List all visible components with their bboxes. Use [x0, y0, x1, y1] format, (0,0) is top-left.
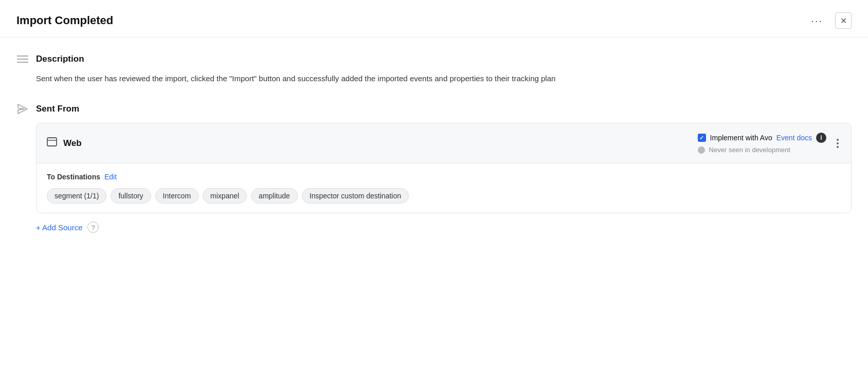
sent-from-icon	[16, 103, 29, 115]
never-seen-label: Never seen in development	[709, 146, 790, 154]
description-icon	[16, 54, 29, 64]
help-icon[interactable]: ?	[87, 222, 99, 233]
modal-title: Import Completed	[16, 14, 113, 27]
edit-link[interactable]: Edit	[104, 173, 117, 181]
description-section: Description Sent when the user has revie…	[16, 54, 852, 85]
more-dots-icon: ···	[811, 15, 823, 27]
destinations-tags: segment (1/1)fullstoryIntercommixpanelam…	[47, 188, 841, 204]
sent-from-title: Sent From	[36, 104, 79, 114]
implement-row: Implement with Avo Event docs i	[698, 133, 826, 143]
never-seen-row: Never seen in development	[698, 146, 790, 154]
vertical-dots-icon	[837, 139, 839, 148]
description-title: Description	[36, 54, 84, 64]
destinations-row: To Destinations Edit	[47, 173, 841, 181]
description-text: Sent when the user has reviewed the impo…	[36, 72, 756, 85]
source-card-actions: Implement with Avo Event docs i Never se…	[698, 133, 841, 154]
source-more-button[interactable]	[835, 137, 841, 150]
info-icon[interactable]: i	[816, 133, 826, 143]
add-source-button[interactable]: + Add Source	[36, 223, 82, 232]
source-card-header: Web Implement with Avo Event docs i	[37, 123, 851, 163]
never-seen-dot	[698, 146, 705, 154]
destination-tag: amplitude	[251, 188, 298, 204]
description-section-header: Description	[16, 54, 852, 64]
implement-checkbox[interactable]	[698, 134, 706, 142]
destination-tag: fullstory	[111, 188, 151, 204]
implement-label: Implement with Avo	[710, 134, 772, 142]
modal: Import Completed ··· ✕ Description	[0, 0, 868, 368]
modal-more-button[interactable]: ···	[807, 13, 827, 29]
sent-from-body: Web Implement with Avo Event docs i	[16, 123, 852, 213]
sent-from-section: Sent From Web	[16, 103, 852, 233]
web-source-icon	[47, 137, 57, 149]
svg-rect-3	[47, 138, 57, 146]
sent-from-section-header: Sent From	[16, 103, 852, 115]
destination-tag: Intercom	[155, 188, 198, 204]
implement-checkbox-area: Implement with Avo Event docs i Never se…	[698, 133, 826, 154]
destination-tag: mixpanel	[203, 188, 247, 204]
destinations-label: To Destinations	[47, 173, 100, 181]
modal-close-button[interactable]: ✕	[835, 12, 852, 29]
source-name: Web	[63, 138, 82, 149]
modal-header: Import Completed ··· ✕	[0, 0, 868, 38]
description-body: Sent when the user has reviewed the impo…	[16, 72, 852, 85]
close-icon: ✕	[840, 16, 847, 26]
source-name-area: Web	[47, 137, 82, 149]
event-docs-link[interactable]: Event docs	[776, 134, 812, 142]
source-card-body: To Destinations Edit segment (1/1)fullst…	[37, 163, 851, 213]
add-source-row: + Add Source ?	[16, 222, 852, 233]
modal-header-actions: ··· ✕	[807, 12, 852, 29]
destination-tag: Inspector custom destination	[302, 188, 409, 204]
modal-body: Description Sent when the user has revie…	[0, 38, 868, 268]
source-card: Web Implement with Avo Event docs i	[36, 123, 852, 213]
destination-tag: segment (1/1)	[47, 188, 106, 204]
